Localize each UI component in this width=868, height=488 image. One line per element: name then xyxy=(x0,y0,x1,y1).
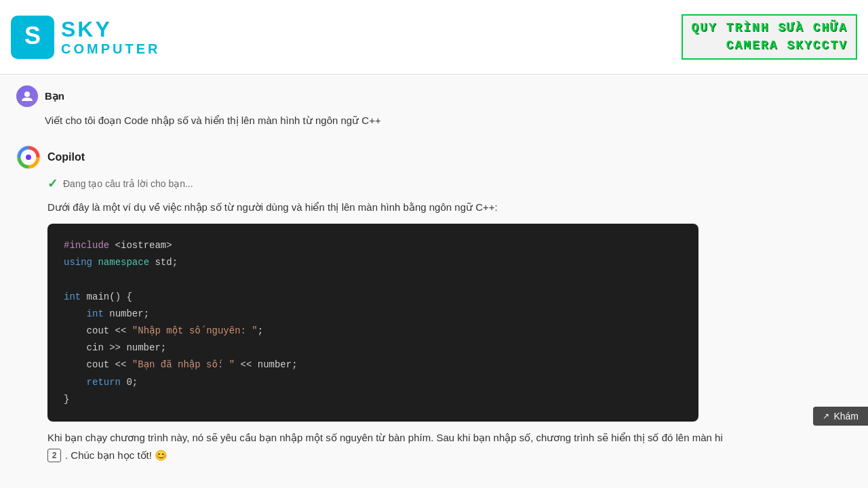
copilot-icon xyxy=(16,145,41,169)
code-line-1: #include <iostream> xyxy=(64,237,682,254)
logo-sky: SKY xyxy=(61,18,160,41)
copilot-status-text: Đang tạo câu trả lời cho bạn... xyxy=(63,178,193,189)
num-badge: 2 xyxy=(47,449,61,462)
svg-text:S: S xyxy=(24,22,41,49)
arrow-icon: ↗ xyxy=(823,411,829,421)
copilot-intro: Dưới đây là một ví dụ về việc nhập số từ… xyxy=(47,199,852,216)
copilot-message: Copilot ✓ Đang tạo câu trả lời cho bạn..… xyxy=(16,145,852,462)
copilot-status: ✓ Đang tạo câu trả lời cho bạn... xyxy=(47,176,852,191)
footer-line2-text: . Chúc bạn học tốt! 😊 xyxy=(65,449,167,462)
code-line-9: } xyxy=(64,391,682,408)
code-line-3: int main() { xyxy=(64,289,682,306)
copilot-body: ✓ Đang tạo câu trả lời cho bạn... Dưới đ… xyxy=(47,176,852,462)
code-line-7: cout << "Bạn đã nhập số: " << number; xyxy=(64,357,682,373)
banner-line1: QUY TRÌNH SỬA CHỮA xyxy=(691,20,848,37)
chat-container: suachuamaytinhdanang.com Bạn Viết cho tô… xyxy=(0,75,868,488)
copilot-footer-line2: 2 . Chúc bạn học tốt! 😊 xyxy=(47,449,852,462)
user-message: Bạn Viết cho tôi đoạn Code nhập số và hi… xyxy=(16,85,852,129)
kham-button[interactable]: ↗ Khám xyxy=(813,407,868,426)
code-line-5: cout << "Nhập một số nguyên: "; xyxy=(64,323,682,340)
header-banner-text: QUY TRÌNH SỬA CHỮA CAMERA SKYCCTV xyxy=(682,14,857,59)
svg-point-5 xyxy=(26,155,31,160)
user-header: Bạn xyxy=(16,85,852,107)
logo-computer: COMPUTER xyxy=(61,41,160,56)
banner-line2: CAMERA SKYCCTV xyxy=(691,37,848,54)
svg-point-2 xyxy=(24,92,30,97)
logo-area: S SKY COMPUTER xyxy=(11,16,160,59)
code-line-blank xyxy=(64,271,682,288)
code-line-8: return 0; xyxy=(64,374,682,391)
code-line-6: cin >> number; xyxy=(64,340,682,357)
code-line-4: int number; xyxy=(64,306,682,323)
user-avatar-icon xyxy=(20,89,34,103)
check-icon: ✓ xyxy=(47,176,58,191)
copilot-footer: Khi bạn chạy chương trình này, nó sẽ yêu… xyxy=(47,430,793,446)
copilot-name-label: Copilot xyxy=(47,151,85,163)
sky-logo-icon: S xyxy=(11,16,54,59)
kham-label: Khám xyxy=(833,411,859,422)
user-message-text: Viết cho tôi đoạn Code nhập số và hiển t… xyxy=(45,113,852,129)
code-line-2: using namespace std; xyxy=(64,254,682,271)
user-name-label: Bạn xyxy=(45,90,64,102)
copilot-header: Copilot xyxy=(16,145,852,169)
logo-text: SKY COMPUTER xyxy=(61,18,160,56)
header-right-banner: QUY TRÌNH SỬA CHỮA CAMERA SKYCCTV xyxy=(682,14,857,59)
user-avatar xyxy=(16,85,38,107)
code-wrapper: #include <iostream> using namespace std;… xyxy=(47,224,852,422)
header: S SKY COMPUTER QUY TRÌNH SỬA CHỮA CAMERA… xyxy=(0,0,868,75)
code-block: #include <iostream> using namespace std;… xyxy=(47,224,698,422)
